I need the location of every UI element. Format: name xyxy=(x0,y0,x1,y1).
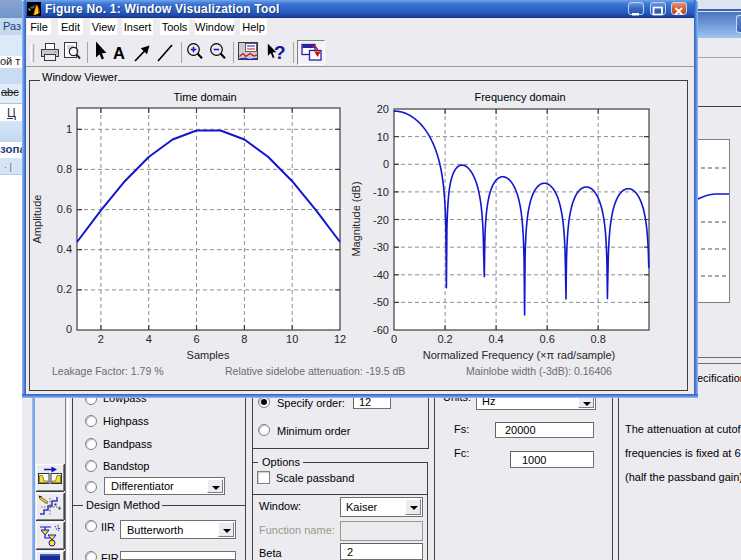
svg-text:4: 4 xyxy=(146,333,152,345)
svg-text:6: 6 xyxy=(193,333,199,345)
svg-text:Leakage Factor: 1.79 %: Leakage Factor: 1.79 % xyxy=(52,365,164,377)
svg-text:10: 10 xyxy=(286,333,298,345)
svg-text:Time domain: Time domain xyxy=(173,91,236,103)
svg-text:2: 2 xyxy=(98,333,104,345)
svg-text:0.2: 0.2 xyxy=(437,333,452,345)
svg-text:-20: -20 xyxy=(373,214,389,226)
svg-text:Samples: Samples xyxy=(187,349,230,361)
svg-text:-40: -40 xyxy=(373,269,389,281)
svg-text:0.4: 0.4 xyxy=(57,243,72,255)
svg-text:0.6: 0.6 xyxy=(540,333,555,345)
svg-text:0.8: 0.8 xyxy=(591,333,606,345)
svg-text:20: 20 xyxy=(377,103,389,115)
svg-text:0.6: 0.6 xyxy=(57,203,72,215)
svg-text:8: 8 xyxy=(241,333,247,345)
svg-text:-30: -30 xyxy=(373,241,389,253)
svg-text:Magnitude (dB): Magnitude (dB) xyxy=(350,181,362,256)
svg-text:0: 0 xyxy=(383,158,389,170)
svg-text:Mainlobe width (-3dB): 0.16406: Mainlobe width (-3dB): 0.16406 xyxy=(466,365,612,377)
svg-text:Frequency domain: Frequency domain xyxy=(474,91,565,103)
svg-text:Amplitude: Amplitude xyxy=(31,195,43,244)
svg-text:0.8: 0.8 xyxy=(57,163,72,175)
svg-text:0: 0 xyxy=(391,333,397,345)
svg-text:Relative sidelobe attenuation:: Relative sidelobe attenuation: -19.5 dB xyxy=(225,365,405,377)
svg-text:Normalized Frequency (×π rad/: Normalized Frequency (×π rad/sample) xyxy=(423,349,616,361)
svg-text:Window Viewer: Window Viewer xyxy=(42,71,118,83)
svg-text:12: 12 xyxy=(334,333,346,345)
svg-text:10: 10 xyxy=(377,131,389,143)
svg-text:0.2: 0.2 xyxy=(57,283,72,295)
svg-text:0: 0 xyxy=(66,323,72,335)
svg-text:-50: -50 xyxy=(373,296,389,308)
svg-text:0.4: 0.4 xyxy=(488,333,503,345)
svg-text:-10: -10 xyxy=(373,186,389,198)
svg-text:-60: -60 xyxy=(373,324,389,336)
svg-text:1: 1 xyxy=(66,123,72,135)
